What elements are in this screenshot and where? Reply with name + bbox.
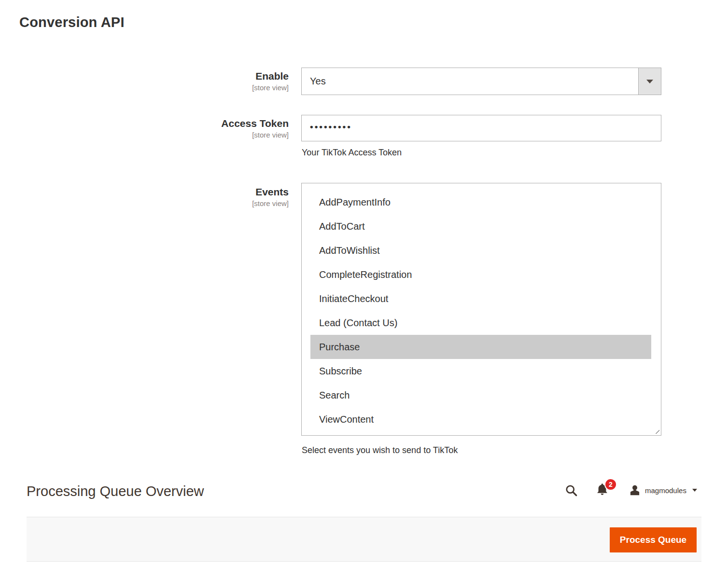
access-token-scope-label: [store view] <box>0 130 289 140</box>
admin-header-actions: 2 magmodules <box>565 482 697 499</box>
queue-toolbar: Process Queue <box>27 517 701 562</box>
access-token-input[interactable] <box>301 115 661 141</box>
user-icon <box>629 484 641 496</box>
enable-scope-label: [store view] <box>0 83 289 93</box>
events-note: Select events you wish to send to TikTok <box>302 445 458 455</box>
events-label: Events [store view] <box>0 186 289 208</box>
events-scope-label: [store view] <box>0 198 289 208</box>
event-option[interactable]: ViewContent <box>302 407 661 431</box>
notifications-button[interactable]: 2 <box>596 483 608 498</box>
process-queue-button[interactable]: Process Queue <box>610 527 697 552</box>
access-token-note: Your TikTok Access Token <box>302 148 402 158</box>
events-options-list: AddPaymentInfoAddToCartAddToWishlistComp… <box>302 183 661 431</box>
account-username: magmodules <box>645 486 686 495</box>
event-option[interactable]: AddToCart <box>302 214 661 238</box>
event-option[interactable]: InitiateCheckout <box>302 287 661 311</box>
event-option[interactable]: Purchase <box>310 335 651 359</box>
event-option[interactable]: Search <box>302 383 661 407</box>
enable-label-text: Enable <box>0 70 289 83</box>
enable-select[interactable]: Yes <box>301 68 661 95</box>
notification-count-badge[interactable]: 2 <box>604 478 617 491</box>
caret-down-icon <box>692 489 697 492</box>
events-multiselect[interactable]: AddPaymentInfoAddToCartAddToWishlistComp… <box>301 183 661 436</box>
overview-title: Processing Queue Overview <box>27 483 204 499</box>
enable-label: Enable [store view] <box>0 70 289 93</box>
event-option[interactable]: AddToWishlist <box>302 238 661 262</box>
events-label-text: Events <box>0 186 289 198</box>
account-menu-button[interactable]: magmodules <box>629 484 697 496</box>
event-option[interactable]: Subscribe <box>302 359 661 383</box>
dropdown-arrow-icon[interactable] <box>638 68 661 95</box>
page-title: Conversion API <box>19 14 125 30</box>
access-token-label-text: Access Token <box>0 117 289 130</box>
event-option[interactable]: AddPaymentInfo <box>302 190 661 214</box>
search-icon <box>565 484 578 497</box>
access-token-label: Access Token [store view] <box>0 117 289 140</box>
enable-select-value: Yes <box>302 76 638 87</box>
event-option[interactable]: Lead (Contact Us) <box>302 311 661 335</box>
triangle-down-icon <box>646 80 653 83</box>
search-button[interactable] <box>565 484 578 497</box>
event-option[interactable]: CompleteRegistration <box>302 262 661 287</box>
